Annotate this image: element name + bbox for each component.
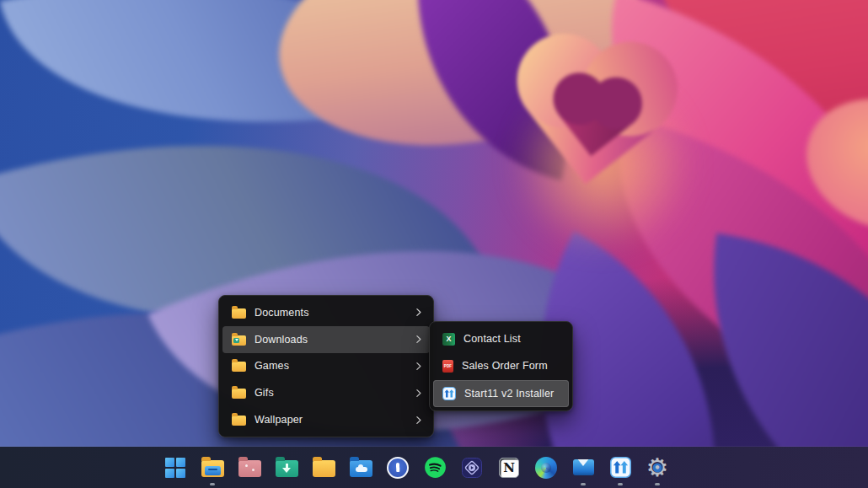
edge-browser-icon [535, 457, 557, 479]
taskbar: N ⚙ [0, 447, 868, 488]
start11-folder-menu: Documents Downloads Games Gifs [218, 295, 434, 437]
taskbar-edge[interactable] [528, 447, 565, 488]
chevron-right-icon [414, 389, 423, 398]
menu-item-label: Games [255, 360, 289, 372]
taskbar-mail[interactable] [565, 447, 602, 488]
folder-icon [232, 416, 246, 426]
taskbar-pictures-folder[interactable] [231, 447, 268, 488]
taskbar-icon-strip: N ⚙ [157, 447, 676, 488]
mail-icon [573, 459, 594, 475]
menu-item-label: Wallpaper [255, 414, 303, 426]
downloads-folder-icon [232, 335, 246, 346]
media-app-icon [462, 458, 482, 478]
submenu-item-contact-list[interactable]: X Contact List [433, 325, 569, 352]
notion-icon: N [499, 458, 519, 478]
chevron-right-icon [414, 416, 423, 425]
1password-icon [387, 457, 409, 479]
chevron-right-icon [414, 335, 423, 344]
excel-file-icon: X [442, 333, 455, 346]
taskbar-start11[interactable] [602, 447, 639, 488]
submenu-item-label: Sales Order Form [462, 360, 548, 372]
submenu-item-start11-installer[interactable]: Start11 v2 Installer [433, 380, 569, 407]
onedrive-folder-icon [350, 460, 372, 477]
downloads-submenu: X Contact List PDF Sales Order Form Star… [429, 321, 573, 411]
menu-item-label: Documents [255, 307, 309, 319]
taskbar-notion[interactable]: N [490, 447, 528, 488]
start11-icon [442, 387, 456, 400]
submenu-item-label: Contact List [463, 333, 521, 345]
spotify-icon [424, 456, 447, 479]
submenu-item-label: Start11 v2 Installer [464, 388, 554, 400]
downloads-folder-icon [276, 460, 298, 477]
submenu-item-sales-order-form[interactable]: PDF Sales Order Form [433, 352, 569, 379]
taskbar-downloads-folder[interactable] [268, 447, 305, 488]
desktop-wallpaper [0, 0, 868, 488]
folder-icon [232, 389, 246, 399]
gear-icon: ⚙ [645, 455, 670, 480]
folder-icon [232, 308, 246, 319]
desktop: Documents Downloads Games Gifs [0, 0, 868, 488]
running-indicator [581, 483, 586, 485]
running-indicator [210, 483, 215, 485]
pdf-file-icon: PDF [442, 360, 453, 373]
taskbar-media-app[interactable] [453, 447, 490, 488]
taskbar-onedrive-folder[interactable] [342, 447, 379, 488]
start11-icon [610, 457, 631, 478]
running-indicator [655, 483, 660, 485]
menu-item-downloads[interactable]: Downloads [222, 326, 430, 353]
taskbar-documents-folder[interactable] [305, 447, 342, 488]
chevron-right-icon [414, 362, 423, 371]
folder-icon [232, 362, 246, 372]
taskbar-spotify[interactable] [416, 447, 453, 488]
windows-logo-icon [165, 458, 185, 478]
pictures-folder-icon [238, 460, 261, 477]
menu-item-label: Downloads [255, 334, 308, 346]
file-explorer-icon [201, 460, 224, 477]
menu-item-wallpaper[interactable]: Wallpaper [222, 406, 430, 433]
wallpaper-heart-inner [559, 83, 632, 156]
start-button[interactable] [157, 447, 194, 488]
taskbar-file-explorer[interactable] [194, 447, 231, 488]
running-indicator [618, 483, 623, 485]
taskbar-settings[interactable]: ⚙ [639, 447, 676, 488]
menu-item-documents[interactable]: Documents [222, 299, 430, 326]
chevron-right-icon [414, 308, 423, 317]
taskbar-1password[interactable] [379, 447, 416, 488]
folder-icon [313, 460, 335, 477]
menu-item-gifs[interactable]: Gifs [222, 379, 430, 406]
menu-item-label: Gifs [255, 387, 274, 399]
menu-item-games[interactable]: Games [222, 353, 430, 380]
